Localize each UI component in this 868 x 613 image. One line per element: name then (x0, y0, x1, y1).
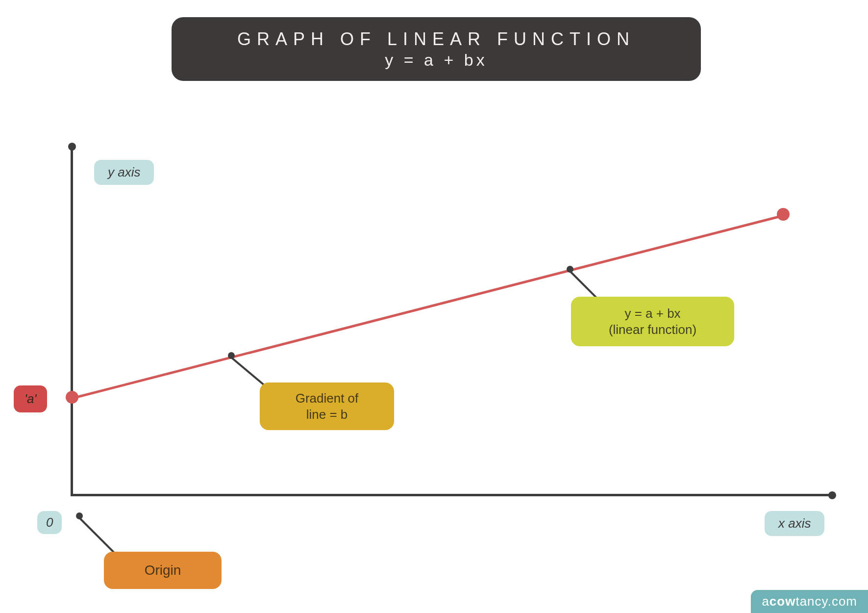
title-line-2: y = a + bx (385, 51, 487, 70)
y-axis-line (71, 146, 73, 496)
y-intercept-a-label: 'a' (14, 385, 47, 412)
watermark-badge: acowtancy.com (751, 590, 868, 613)
linear-function-callout: y = a + bx (linear function) (571, 297, 734, 346)
x-axis-endcap-dot (828, 491, 836, 499)
title-line-1: GRAPH OF LINEAR FUNCTION (237, 29, 635, 50)
x-axis-label: x axis (765, 511, 824, 536)
watermark-suffix: tancy.com (795, 594, 857, 609)
x-axis-line (71, 494, 830, 496)
line-start-point-icon (66, 391, 78, 404)
origin-callout-text: Origin (145, 562, 181, 578)
title-banner: GRAPH OF LINEAR FUNCTION y = a + bx (172, 17, 701, 81)
watermark-prefix: a (762, 594, 769, 609)
linfn-callout-line2: (linear function) (609, 322, 696, 337)
gradient-callout: Gradient of line = b (260, 383, 394, 430)
origin-callout: Origin (104, 552, 222, 589)
line-end-point-icon (777, 208, 790, 221)
y-axis-endcap-dot (68, 143, 76, 151)
gradient-callout-line1: Gradient of (296, 391, 359, 406)
gradient-callout-line2: line = b (306, 407, 348, 422)
linfn-callout-line1: y = a + bx (624, 306, 680, 321)
watermark-bold: cow (769, 594, 796, 609)
origin-zero-label: 0 (37, 511, 62, 534)
y-axis-label: y axis (94, 160, 154, 185)
